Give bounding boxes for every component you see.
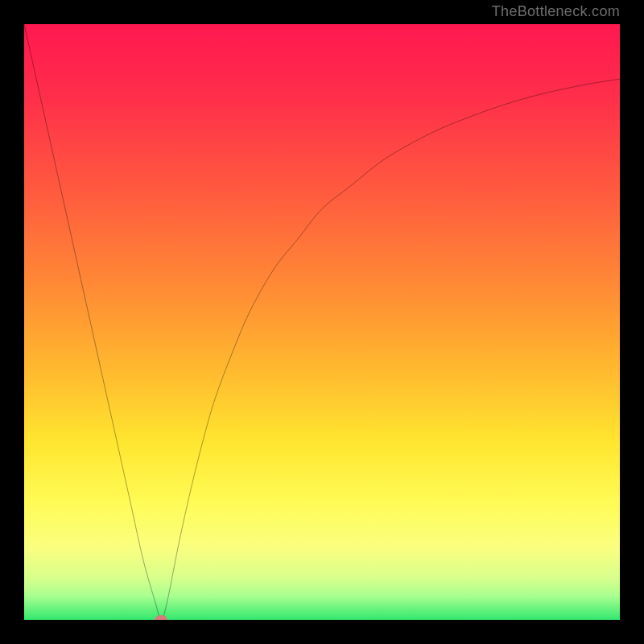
bottleneck-curve bbox=[24, 24, 620, 620]
watermark-text: TheBottleneck.com bbox=[492, 3, 620, 20]
bottleneck-point-marker bbox=[155, 615, 167, 620]
plot-area bbox=[24, 24, 620, 620]
chart-frame: TheBottleneck.com bbox=[0, 0, 644, 644]
